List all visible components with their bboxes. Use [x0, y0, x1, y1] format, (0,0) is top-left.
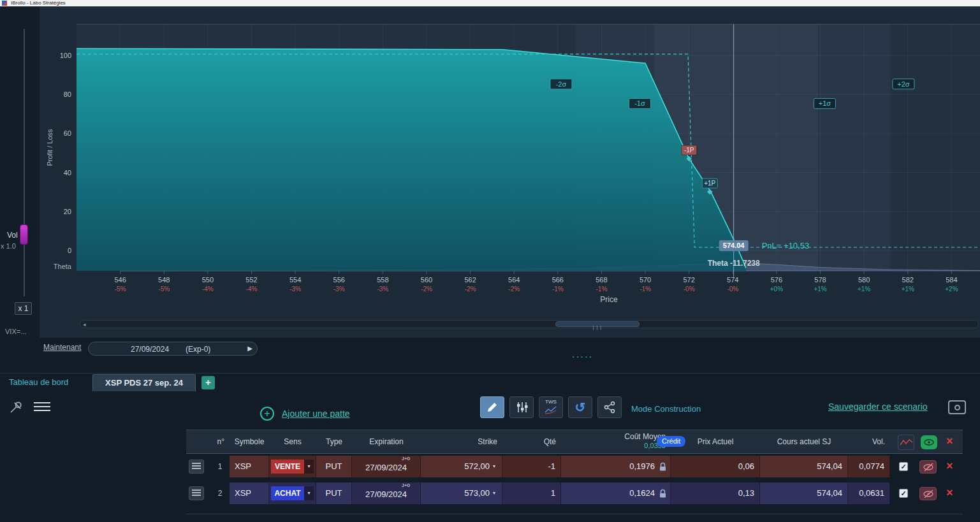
- header-expiration: Expiration: [352, 430, 421, 449]
- vol-multiplier-value: x 1.0: [1, 242, 16, 250]
- svg-text:568: 568: [596, 276, 607, 284]
- svg-text:574: 574: [727, 276, 738, 284]
- strike-select[interactable]: 572,00 ▾: [421, 456, 502, 477]
- avg-cost-cell[interactable]: 0,1624: [561, 482, 671, 504]
- chevron-down-icon[interactable]: ▾: [304, 486, 314, 500]
- add-leg-label: Ajouter une patte: [282, 409, 350, 419]
- sparkline-toggle-button[interactable]: [898, 435, 914, 450]
- header-num: n°: [210, 430, 230, 449]
- side-value[interactable]: ACHAT: [271, 486, 304, 500]
- mini-chart-icon: [543, 405, 559, 415]
- avg-cost-cell[interactable]: 0,1976: [561, 456, 671, 477]
- row-checkbox[interactable]: ✓: [899, 489, 908, 498]
- type-cell[interactable]: PUT: [316, 482, 352, 504]
- show-all-legs-button[interactable]: [921, 435, 937, 449]
- plus-circle-icon: +: [260, 407, 274, 421]
- svg-text:574.04: 574.04: [723, 242, 745, 249]
- sparkline-icon: [898, 437, 914, 448]
- strike-select[interactable]: 573,00 ▾: [421, 482, 502, 504]
- svg-text:572: 572: [683, 276, 694, 284]
- side-value[interactable]: VENTE: [271, 460, 304, 474]
- camera-icon[interactable]: [948, 400, 966, 414]
- play-icon[interactable]: ▶: [247, 345, 252, 352]
- save-scenario-link[interactable]: Sauvegarder ce scenario: [828, 402, 928, 412]
- quantity-cell[interactable]: -1: [502, 456, 561, 477]
- volatility-rail: Vol x 1.0 x 1 VIX=...: [0, 6, 40, 522]
- type-cell[interactable]: PUT: [316, 456, 352, 477]
- tab-dashboard[interactable]: Tableau de bord: [9, 377, 68, 387]
- now-link[interactable]: Maintenant: [43, 343, 81, 352]
- symbol-cell[interactable]: XSP: [230, 456, 269, 477]
- row-checkbox[interactable]: ✓: [899, 462, 908, 471]
- svg-text:560: 560: [421, 276, 432, 284]
- row-drag-handle-icon[interactable]: [189, 460, 204, 474]
- add-tab-button[interactable]: +: [201, 376, 215, 389]
- remove-all-button[interactable]: ×: [946, 435, 953, 447]
- svg-text:576: 576: [771, 276, 782, 284]
- lock-icon[interactable]: [659, 489, 667, 498]
- svg-text:-2σ: -2σ: [556, 80, 567, 88]
- hamburger-menu-icon[interactable]: [34, 402, 50, 412]
- quantity-cell[interactable]: 1: [502, 482, 561, 504]
- share-button[interactable]: [597, 396, 622, 418]
- chart-toolbar: TWS ↺: [480, 396, 622, 418]
- vol-slider-track[interactable]: [24, 29, 25, 296]
- side-select[interactable]: VENTE ▾: [269, 456, 316, 477]
- tws-label: TWS: [545, 400, 557, 405]
- side-select[interactable]: ACHAT ▾: [269, 482, 316, 504]
- scroll-left-arrow-icon[interactable]: ◂: [83, 321, 86, 328]
- tws-chart-button[interactable]: TWS: [539, 396, 563, 418]
- hide-leg-button[interactable]: [919, 487, 937, 500]
- share-icon: [603, 400, 617, 414]
- panel-resize-handle-icon[interactable]: ·····: [572, 351, 593, 361]
- avg-cost-value: 0,0353: [561, 442, 666, 449]
- history-button[interactable]: ↺: [568, 396, 592, 418]
- date-value: 27/09/2024: [131, 345, 169, 354]
- svg-text:-1σ: -1σ: [634, 99, 645, 107]
- svg-text:+1%: +1%: [858, 286, 870, 293]
- hide-leg-button[interactable]: [919, 460, 937, 474]
- symbol-cell[interactable]: XSP: [230, 482, 269, 504]
- svg-text:+0%: +0%: [770, 286, 783, 293]
- adjust-tool-button[interactable]: [509, 396, 534, 418]
- draw-tool-button[interactable]: [480, 396, 504, 418]
- header-underlying: Cours actuel SJ: [760, 430, 848, 449]
- app-icon: [2, 1, 7, 6]
- svg-text:-1%: -1%: [596, 286, 608, 293]
- svg-text:580: 580: [858, 276, 870, 284]
- table-bottom-divider: [186, 514, 963, 514]
- chart-horizontal-scrollbar[interactable]: ◂ | | |: [80, 320, 979, 328]
- svg-text:552: 552: [245, 276, 257, 284]
- svg-text:578: 578: [814, 276, 826, 284]
- underlying-price-cell: 574,04: [760, 482, 848, 504]
- svg-text:-2%: -2%: [508, 286, 520, 293]
- scrollbar-thumb[interactable]: | | |: [555, 321, 640, 327]
- remove-leg-button[interactable]: ×: [946, 487, 953, 498]
- chevron-down-icon: ▾: [493, 482, 495, 504]
- header-symbol: Symbole: [230, 430, 269, 449]
- svg-text:564: 564: [508, 276, 520, 284]
- lock-icon[interactable]: [659, 462, 667, 472]
- pnl-chart-panel: 020406080100546-5%548-5%550-4%552-4%554-…: [40, 6, 980, 338]
- scale-reset-button[interactable]: x 1: [15, 302, 32, 315]
- svg-text:+1%: +1%: [814, 286, 826, 293]
- tab-strategy[interactable]: XSP PDS 27 sep. 24: [92, 374, 196, 391]
- expiration-cell[interactable]: J+0 27/09/2024: [352, 482, 421, 504]
- date-slider[interactable]: 27/09/2024 (Exp-0) ▶: [88, 342, 258, 356]
- svg-text:554: 554: [289, 276, 301, 284]
- header-vol: Vol.: [848, 430, 890, 449]
- remove-leg-button[interactable]: ×: [946, 460, 953, 472]
- row-drag-handle-icon[interactable]: [189, 486, 204, 500]
- svg-text:-5%: -5%: [115, 286, 126, 293]
- vol-label: Vol: [7, 231, 18, 240]
- svg-text:556: 556: [333, 276, 345, 284]
- expiration-cell[interactable]: J+0 27/09/2024: [352, 456, 421, 477]
- add-leg-button[interactable]: + Ajouter une patte: [260, 407, 350, 421]
- svg-text:-1%: -1%: [640, 286, 651, 293]
- chevron-down-icon[interactable]: ▾: [304, 460, 314, 474]
- svg-text:-0%: -0%: [727, 286, 738, 293]
- volatility-cell: 0,0774: [848, 456, 890, 477]
- svg-text:558: 558: [377, 276, 388, 284]
- vol-slider-handle[interactable]: [20, 224, 28, 245]
- pin-icon[interactable]: [6, 399, 24, 417]
